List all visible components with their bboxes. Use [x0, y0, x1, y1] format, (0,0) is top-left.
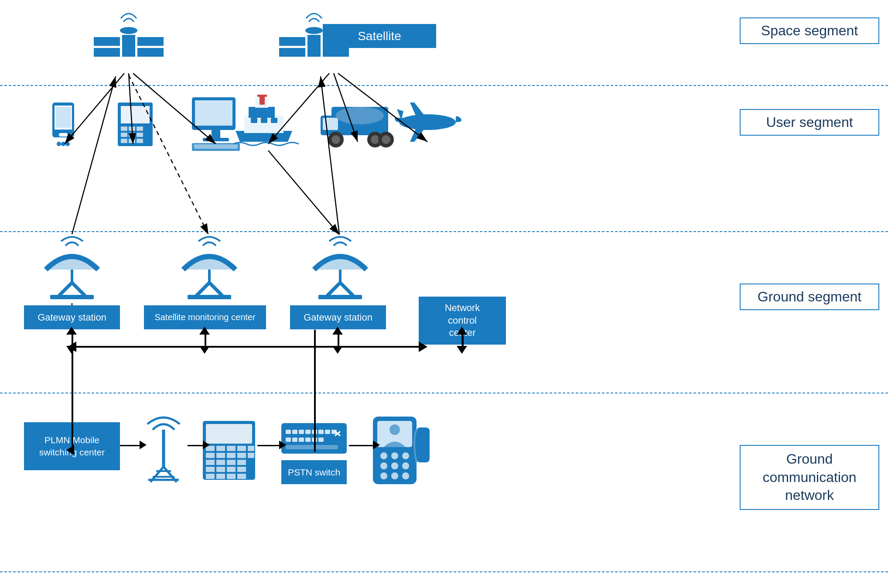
svg-rect-116	[299, 430, 304, 434]
svg-rect-125	[305, 438, 311, 442]
svg-rect-45	[271, 118, 277, 123]
down-arrow-gw2	[332, 346, 343, 354]
up-arrow-satmon	[199, 327, 210, 335]
svg-rect-112	[237, 474, 246, 479]
desk-phone-icon	[201, 414, 257, 486]
svg-rect-99	[237, 453, 246, 458]
airplane-icon	[393, 94, 462, 152]
up-arrow-gw2	[332, 327, 343, 335]
svg-rect-42	[257, 95, 267, 97]
svg-rect-11	[323, 48, 349, 57]
svg-point-19	[61, 142, 65, 146]
dish-left-icon	[37, 235, 107, 302]
svg-line-67	[340, 283, 353, 296]
divider-space-user	[0, 85, 888, 86]
space-segment-label: Space segment	[740, 17, 879, 44]
svg-rect-90	[206, 424, 252, 444]
svg-rect-102	[216, 460, 225, 465]
svg-point-137	[380, 462, 387, 469]
svg-rect-100	[248, 453, 254, 458]
svg-rect-114	[286, 430, 291, 434]
svg-rect-34	[212, 130, 220, 139]
svg-rect-95	[248, 446, 254, 451]
svg-rect-2	[94, 48, 120, 57]
down-arrow-satmon	[199, 346, 210, 354]
svg-rect-111	[227, 474, 236, 479]
svg-rect-35	[203, 138, 229, 141]
svg-rect-10	[323, 37, 349, 46]
svg-rect-124	[299, 438, 304, 442]
ground-segment-label: Ground segment	[740, 284, 879, 310]
svg-rect-43	[251, 118, 257, 123]
svg-line-66	[327, 283, 340, 296]
gateway2-label: Gateway station	[290, 305, 386, 329]
h-bus-line	[72, 346, 421, 348]
svg-rect-4	[137, 48, 164, 57]
truck-icon	[318, 96, 397, 150]
svg-rect-98	[227, 453, 236, 458]
svg-point-139	[402, 462, 409, 469]
comm-network-label: Ground communication network	[740, 445, 879, 510]
down-arrow-ncc	[457, 346, 467, 354]
svg-rect-110	[216, 474, 225, 479]
svg-rect-48	[323, 118, 338, 130]
svg-point-135	[391, 452, 398, 459]
tower-phone-arrow	[203, 441, 210, 449]
svg-rect-123	[292, 438, 297, 442]
phone-switch-arrow	[279, 441, 286, 449]
sat-monitor-label: Satellite monitoring center	[144, 305, 266, 329]
svg-rect-104	[237, 460, 246, 465]
svg-rect-106	[216, 467, 225, 472]
svg-rect-96	[206, 453, 215, 458]
svg-rect-7	[307, 35, 321, 57]
satellite-right-icon	[270, 4, 358, 85]
up-arrow-gw1	[66, 327, 77, 335]
svg-point-138	[391, 462, 398, 469]
svg-line-63	[209, 283, 222, 296]
svg-rect-107	[227, 467, 236, 472]
svg-rect-31	[137, 139, 143, 143]
svg-rect-93	[227, 446, 236, 451]
svg-rect-92	[216, 446, 225, 451]
svg-rect-26	[121, 133, 127, 137]
ship-icon	[231, 94, 297, 152]
svg-line-78	[268, 150, 339, 235]
svg-rect-105	[206, 467, 215, 472]
svg-rect-27	[129, 133, 135, 137]
svg-rect-28	[137, 133, 143, 137]
svg-point-133	[389, 424, 400, 435]
svg-rect-103	[227, 460, 236, 465]
gw1-down-line	[72, 348, 73, 424]
svg-rect-29	[121, 139, 127, 143]
switch-vphone-arrow	[373, 441, 380, 449]
satellite-left-icon	[85, 4, 172, 85]
svg-rect-39	[249, 107, 275, 118]
svg-rect-60	[50, 295, 94, 299]
svg-rect-3	[137, 37, 164, 46]
user-segment-label: User segment	[740, 109, 879, 136]
svg-rect-117	[305, 430, 311, 434]
svg-rect-33	[195, 100, 232, 126]
svg-point-142	[402, 472, 409, 479]
up-arrow-ncc	[457, 327, 467, 335]
svg-rect-24	[129, 126, 135, 131]
svg-rect-41	[260, 96, 265, 105]
svg-point-55	[336, 107, 384, 124]
dish-center-icon	[174, 235, 244, 302]
svg-rect-8	[279, 37, 305, 46]
right-arrowhead	[419, 342, 427, 352]
svg-point-134	[380, 452, 387, 459]
dish-right-icon	[305, 235, 375, 302]
tower-phone-line	[188, 445, 205, 446]
svg-rect-22	[121, 106, 150, 123]
divider-ground-comm	[0, 393, 888, 393]
svg-rect-115	[292, 430, 297, 434]
svg-point-20	[65, 142, 70, 146]
gateway1-label: Gateway station	[24, 305, 120, 329]
svg-rect-127	[318, 438, 324, 442]
svg-rect-109	[206, 474, 215, 479]
svg-rect-44	[261, 118, 267, 123]
tower-icon	[140, 414, 188, 486]
office-phone-icon	[116, 98, 155, 152]
plmn-tower-arrow	[140, 441, 147, 449]
